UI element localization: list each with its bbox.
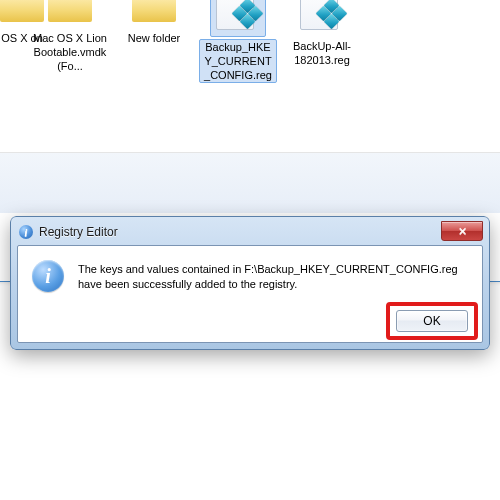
info-icon: i — [19, 225, 33, 239]
file-label: Backup_HKEY_CURRENT_CONFIG.reg — [199, 39, 277, 83]
dialog-body: i The keys and values contained in F:\Ba… — [17, 245, 483, 343]
file-item-selected[interactable]: Backup_HKEY_CURRENT_CONFIG.reg — [199, 0, 277, 83]
file-item[interactable]: New folder — [115, 0, 193, 45]
dialog-title: Registry Editor — [39, 225, 118, 239]
folder-icon — [130, 0, 178, 22]
file-label: New folder — [115, 31, 193, 45]
file-label: BackUp-All-182013.reg — [283, 39, 361, 67]
file-item[interactable]: BackUp-All-182013.reg — [283, 0, 361, 67]
file-label: Mac OS X Lion Bootable.vmdk (Fo... — [31, 31, 109, 73]
dialog-message: The keys and values contained in F:\Back… — [78, 260, 468, 292]
explorer-file-pane[interactable]: OS X on Mac OS X Lion Bootable.vmdk (Fo.… — [0, 0, 500, 153]
folder-icon — [46, 0, 94, 22]
reg-file-icon — [214, 0, 262, 30]
registry-editor-dialog: i Registry Editor ✕ i The keys and value… — [10, 216, 490, 350]
reg-file-icon — [298, 0, 346, 30]
close-icon: ✕ — [458, 225, 467, 238]
dialog-titlebar[interactable]: i Registry Editor ✕ — [17, 223, 483, 245]
file-item[interactable]: Mac OS X Lion Bootable.vmdk (Fo... — [31, 0, 109, 73]
info-icon: i — [32, 260, 64, 292]
explorer-details-pane — [0, 153, 500, 213]
close-button[interactable]: ✕ — [441, 221, 483, 241]
ok-button[interactable]: OK — [396, 310, 468, 332]
